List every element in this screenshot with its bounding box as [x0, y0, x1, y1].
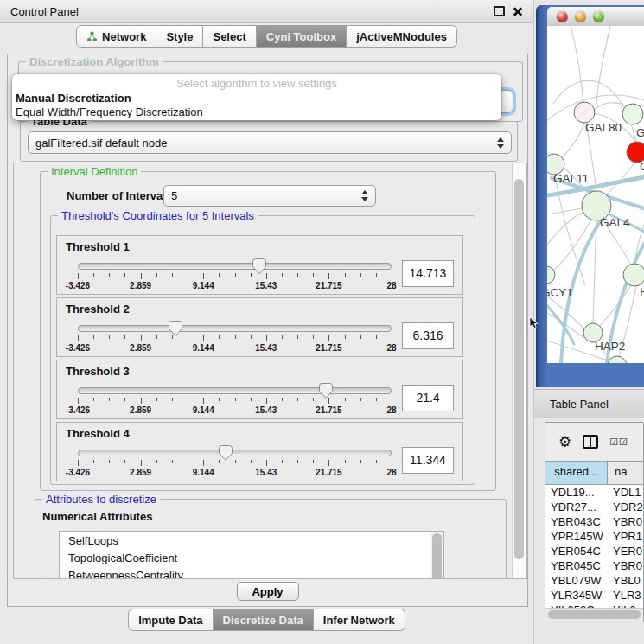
close-traffic-light-icon[interactable]	[557, 11, 568, 22]
cell-name[interactable]: YLR3	[608, 588, 643, 603]
cell-shared-name[interactable]: YBR043C	[545, 514, 608, 529]
table-row[interactable]: YDR27...YDR2	[545, 500, 643, 514]
slider-tick	[313, 273, 314, 277]
tab-network[interactable]: Network	[76, 25, 156, 48]
table-horizontal-scrollbar[interactable]	[545, 608, 643, 622]
tab-jactivemnodules[interactable]: jActiveMNodules	[347, 25, 457, 48]
tab-discretize-data[interactable]: Discretize Data	[214, 609, 314, 631]
cell-shared-name[interactable]: YDR27...	[545, 500, 608, 514]
cell-name[interactable]: YER0	[608, 544, 643, 558]
network-node[interactable]	[622, 104, 643, 124]
slider-tick	[141, 335, 142, 341]
float-window-icon[interactable]	[494, 6, 505, 16]
table-panel-toolbar: ⚙ ☑☑	[545, 423, 643, 461]
slider-tick	[172, 398, 173, 401]
slider-tick	[124, 398, 125, 401]
algorithm-option-manual-discretization[interactable]: Manual Discretization	[12, 92, 501, 105]
table-data-combobox[interactable]: galFiltered.sif default node	[28, 131, 512, 154]
cell-name[interactable]: YPR1	[608, 529, 643, 544]
cell-name[interactable]: YDL1	[608, 485, 643, 500]
number-of-intervals-value: 5	[171, 189, 177, 202]
attribute-item-selfloops[interactable]: SelfLoops	[68, 532, 430, 550]
cell-shared-name[interactable]: YER054C	[545, 544, 608, 558]
cell-name[interactable]: YBR0	[608, 514, 643, 529]
network-edge	[547, 212, 583, 259]
scrollbar-thumb[interactable]	[548, 610, 641, 619]
network-node[interactable]	[574, 102, 595, 123]
algorithm-popup-hint: Select algorithm to view settings	[12, 77, 501, 92]
table-row[interactable]: YLR345WYLR3	[545, 588, 643, 603]
threshold-panel-2: Threshold 2-3.4262.8599.14415.4321.71528…	[56, 297, 463, 357]
cell-name[interactable]: YDR2	[608, 500, 643, 514]
slider-track[interactable]	[78, 263, 392, 270]
apply-button[interactable]: Apply	[236, 582, 298, 601]
cell-name[interactable]: YBL0	[608, 573, 643, 588]
settings-vertical-scrollbar[interactable]	[512, 163, 526, 578]
cell-shared-name[interactable]: YBL079W	[545, 573, 608, 588]
tab-select[interactable]: Select	[203, 25, 256, 48]
slider-tick	[328, 460, 329, 466]
cell-shared-name[interactable]: YPR145W	[545, 529, 608, 544]
columns-icon[interactable]	[583, 435, 598, 449]
attribute-item-topologicalcoefficient[interactable]: TopologicalCoefficient	[68, 550, 430, 567]
tab-label: Style	[166, 30, 193, 43]
select-columns-icons[interactable]: ☑☑	[609, 437, 628, 448]
slider-track[interactable]	[78, 325, 392, 332]
table-row[interactable]: YBR043CYBR0	[545, 514, 643, 529]
column-header-shared-name[interactable]: shared...	[545, 462, 608, 484]
tab-cyni-toolbox[interactable]: Cyni Toolbox	[257, 25, 347, 48]
table-row[interactable]: YBL079WYBL0	[545, 573, 643, 588]
slider-thumb[interactable]	[219, 445, 233, 461]
scrollbar-thumb[interactable]	[514, 179, 524, 559]
table-row[interactable]: YPR145WYPR1	[545, 529, 643, 544]
tab-impute-data[interactable]: Impute Data	[128, 609, 213, 631]
network-canvas[interactable]: GAL80GACGAL11GAL4GCY1HHAP2	[547, 26, 644, 363]
attributes-to-discretize-label: Attributes to discretize	[42, 493, 160, 506]
slider-tick	[376, 460, 377, 463]
slider-tick-label: -3.426	[66, 405, 90, 415]
threshold-slider-2[interactable]: -3.4262.8599.14415.4321.71528	[78, 321, 392, 354]
network-node[interactable]	[547, 266, 555, 284]
cell-shared-name[interactable]: YLR345W	[545, 588, 608, 603]
table-row[interactable]: YDL19...YDL1	[545, 485, 643, 500]
slider-tick	[392, 398, 392, 404]
slider-thumb[interactable]	[169, 321, 182, 336]
slider-thumb[interactable]	[252, 258, 266, 274]
slider-tick-label: 21.715	[316, 468, 342, 477]
attribute-item-betweennesscentrality[interactable]: BetweennessCentrality	[68, 567, 430, 578]
slider-track[interactable]	[78, 387, 392, 394]
threshold-slider-3[interactable]: -3.4262.8599.14415.4321.71528	[78, 383, 392, 416]
slider-tick	[392, 273, 392, 279]
network-node[interactable]	[623, 264, 644, 286]
threshold-value-field-1[interactable]: 14.713	[402, 260, 454, 287]
tab-style[interactable]: Style	[156, 25, 203, 48]
algorithm-option-equal-width-frequency-discretization[interactable]: Equal Width/Frequency Discretization	[12, 105, 501, 119]
cell-name[interactable]: YBR0	[608, 558, 643, 573]
settings-viewport: Interval Definition Number of Intervals …	[14, 163, 512, 578]
close-window-icon[interactable]	[513, 6, 523, 16]
slider-track[interactable]	[78, 450, 392, 456]
gear-icon[interactable]: ⚙	[558, 435, 571, 450]
threshold-slider-1[interactable]: -3.4262.8599.14415.4321.71528	[78, 258, 392, 291]
network-node[interactable]	[608, 356, 627, 363]
zoom-traffic-light-icon[interactable]	[593, 11, 604, 22]
number-of-intervals-combobox[interactable]: 5	[163, 185, 376, 207]
numerical-attributes-listbox: SelfLoopsTopologicalCoefficientBetweenne…	[59, 531, 444, 578]
table-row[interactable]: YER054CYER0	[545, 544, 643, 558]
minimize-traffic-light-icon[interactable]	[575, 11, 586, 22]
cell-shared-name[interactable]: YDL19...	[545, 485, 608, 500]
slider-thumb[interactable]	[319, 383, 333, 399]
threshold-value-field-4[interactable]: 11.344	[402, 447, 454, 474]
column-header-name[interactable]: na	[608, 462, 643, 484]
cell-shared-name[interactable]: YBR045C	[545, 558, 608, 573]
threshold-slider-4[interactable]: -3.4262.8599.14415.4321.71528	[78, 445, 392, 478]
threshold-value-field-3[interactable]: 21.4	[402, 385, 454, 411]
discretization-algorithm-label: Discretization Algorithm	[26, 55, 163, 68]
tab-infer-network[interactable]: Infer Network	[314, 609, 405, 631]
table-row[interactable]: YBR045CYBR0	[545, 558, 643, 573]
slider-tick	[345, 398, 346, 401]
threshold-value-field-2[interactable]: 6.316	[402, 322, 454, 349]
attributes-list-scrollbar[interactable]	[430, 532, 443, 578]
slider-tick	[392, 460, 392, 466]
thresholds-coordinates-label: Threshold's Coordinates for 5 Intervals	[58, 209, 258, 222]
